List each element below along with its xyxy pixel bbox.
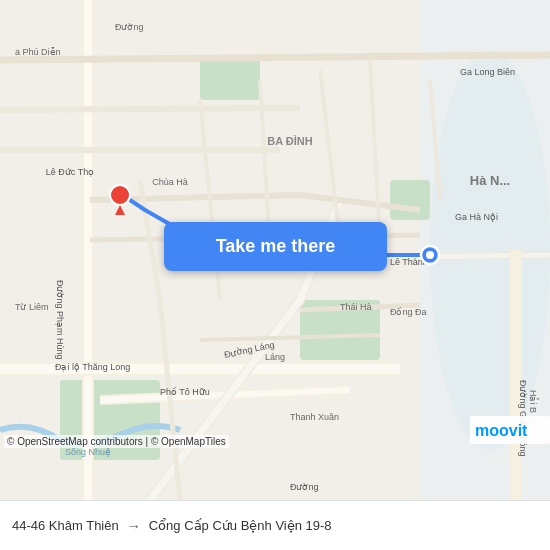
svg-point-34: [110, 185, 130, 205]
svg-rect-6: [390, 180, 430, 220]
svg-text:Ga Hà Nội: Ga Hà Nội: [455, 212, 498, 222]
svg-rect-11: [510, 250, 522, 500]
map-container: BA ĐÌNH Hà N... Chùa Hà Lê Đức Thọ Thái …: [0, 0, 550, 500]
svg-text:a Phú Diễn: a Phú Diễn: [15, 47, 61, 57]
route-destination: Cổng Cấp Cứu Bệnh Viện 19-8: [149, 518, 332, 533]
svg-text:Láng: Láng: [265, 352, 285, 362]
svg-text:Sông Nhuệ: Sông Nhuệ: [65, 447, 111, 457]
svg-text:Hà N...: Hà N...: [470, 173, 510, 188]
svg-text:Lê Đức Thọ: Lê Đức Thọ: [46, 167, 94, 177]
svg-text:BA ĐÌNH: BA ĐÌNH: [267, 135, 312, 147]
svg-text:Đường: Đường: [115, 22, 144, 32]
svg-text:Đường: Đường: [290, 482, 319, 492]
svg-text:moovit: moovit: [475, 422, 528, 439]
svg-text:Đại lộ Thăng Long: Đại lộ Thăng Long: [55, 362, 130, 372]
svg-text:Đống Đa: Đống Đa: [390, 307, 427, 317]
svg-rect-8: [84, 0, 92, 500]
map-attribution: © OpenStreetMap contributors | © OpenMap…: [4, 435, 229, 448]
svg-text:Phố Tô Hữu: Phố Tô Hữu: [160, 387, 210, 397]
svg-text:Từ Liêm: Từ Liêm: [15, 302, 49, 312]
svg-point-37: [426, 251, 434, 259]
svg-text:Ga Long Biên: Ga Long Biên: [460, 67, 515, 77]
route-arrow: →: [127, 518, 141, 534]
svg-text:Thái Hà: Thái Hà: [340, 302, 372, 312]
svg-text:Thanh Xuân: Thanh Xuân: [290, 412, 339, 422]
bottom-bar: 44-46 Khâm Thiên → Cổng Cấp Cứu Bệnh Việ…: [0, 500, 550, 550]
moovit-logo: moovit: [470, 416, 550, 448]
take-me-there-button[interactable]: Take me there: [164, 222, 387, 271]
svg-text:Hải B: Hải B: [528, 390, 539, 413]
route-origin: 44-46 Khâm Thiên: [12, 518, 119, 533]
svg-text:Chùa Hà: Chùa Hà: [152, 177, 188, 187]
svg-rect-5: [200, 60, 260, 100]
svg-text:Đường Phạm Hùng: Đường Phạm Hùng: [55, 280, 65, 360]
